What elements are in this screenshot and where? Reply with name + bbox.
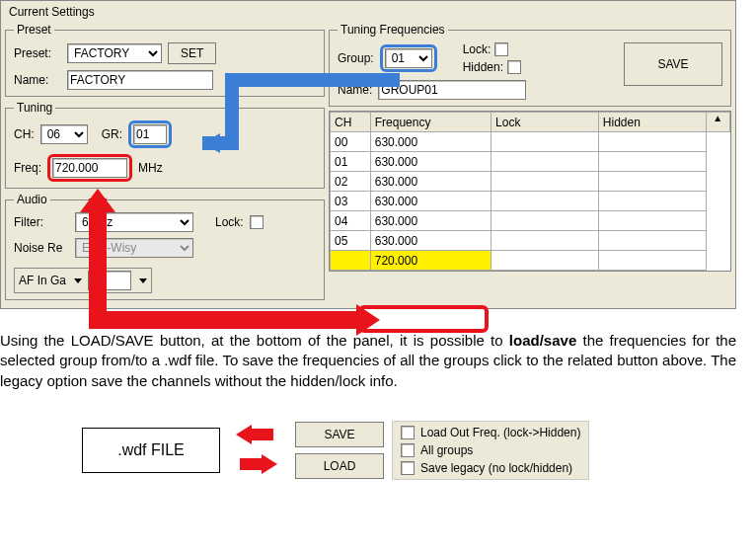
load-button[interactable]: LOAD — [295, 453, 384, 479]
table-row[interactable]: 05630.000 — [331, 231, 730, 251]
svg-rect-5 — [360, 307, 487, 331]
tf-hidden-checkbox[interactable] — [507, 60, 521, 74]
legacy-label: Save legacy (no lock/hidden) — [420, 461, 572, 475]
filter-select[interactable]: 65 Hz — [75, 212, 193, 232]
cell-lock — [491, 152, 599, 172]
svg-rect-6 — [250, 429, 273, 440]
tf-group-select[interactable]: 01 — [385, 48, 432, 68]
wdf-panel: .wdf FILE SAVE LOAD Load Out Freq. (lock… — [82, 421, 674, 480]
cell-hidden — [598, 132, 706, 152]
description-text: Using the LOAD/SAVE button, at the botto… — [0, 331, 736, 391]
col-lock-header: Lock — [491, 113, 599, 132]
svg-marker-9 — [262, 454, 277, 474]
preset-fieldset: Preset Preset: FACTORY SET Name: — [5, 23, 325, 97]
gr-input[interactable] — [133, 124, 167, 144]
tuning-fieldset: Tuning CH: 06 GR: Freq: MHz — [5, 101, 325, 189]
cell-freq: 630.000 — [370, 211, 491, 231]
tf-lock-checkbox[interactable] — [494, 42, 508, 56]
cell-hidden — [598, 172, 706, 192]
cell-ch: 01 — [331, 152, 371, 172]
noise-label: Noise Re — [14, 241, 69, 255]
tf-group-label: Group: — [338, 51, 374, 65]
svg-rect-8 — [240, 458, 264, 470]
scroll-up-icon[interactable]: ▲ — [707, 113, 729, 123]
ch-select[interactable]: 06 — [40, 124, 88, 144]
freq-input[interactable] — [52, 158, 127, 178]
cell-hidden — [598, 251, 706, 271]
noise-select[interactable]: ENR-Wisy — [75, 238, 193, 258]
allgroups-checkbox[interactable] — [401, 443, 415, 457]
table-row[interactable]: 00630.000 — [331, 132, 730, 152]
table-row[interactable]: 03630.000 — [331, 192, 730, 211]
tuning-legend: Tuning — [14, 101, 55, 115]
audio-lock-label: Lock: — [215, 215, 244, 229]
audio-legend: Audio — [14, 193, 50, 206]
cell-freq: 630.000 — [370, 192, 491, 211]
tf-hidden-label: Hidden: — [463, 60, 503, 74]
cell-hidden — [598, 211, 706, 231]
cell-lock — [491, 192, 599, 211]
cell-ch — [331, 251, 371, 271]
name-label: Name: — [14, 73, 61, 87]
loadout-label: Load Out Freq. (lock->Hidden) — [420, 426, 580, 439]
loadout-checkbox[interactable] — [401, 426, 415, 439]
freq-table[interactable]: CH Frequency Lock Hidden ▲ 00630.0000163… — [330, 112, 730, 271]
chevron-down-icon — [74, 278, 82, 283]
audio-lock-checkbox[interactable] — [250, 215, 264, 229]
cell-ch: 02 — [331, 172, 371, 192]
cell-lock — [491, 172, 599, 192]
svg-rect-3 — [89, 311, 365, 329]
table-row[interactable]: 720.000 — [331, 251, 730, 271]
preset-name-input[interactable] — [67, 70, 213, 90]
allgroups-label: All groups — [420, 443, 473, 457]
cell-hidden — [598, 231, 706, 251]
gr-label: GR: — [102, 127, 122, 141]
af-value-input[interactable] — [88, 271, 131, 290]
table-row[interactable]: 04630.000 — [331, 211, 730, 231]
ch-label: CH: — [14, 127, 35, 141]
filter-label: Filter: — [14, 215, 69, 229]
wdf-file-box: .wdf FILE — [82, 428, 220, 473]
cell-ch: 04 — [331, 211, 371, 231]
col-ch-header: CH — [331, 113, 371, 132]
window-title: Current Settings — [9, 5, 95, 19]
af-label: AF In Ga — [19, 274, 66, 287]
tf-name-input[interactable] — [378, 80, 526, 100]
cell-freq: 630.000 — [370, 231, 491, 251]
audio-fieldset: Audio Filter: 65 Hz Lock: Noise Re ENR-W… — [5, 193, 325, 300]
freq-unit: MHz — [138, 161, 163, 175]
scrollbar[interactable]: ▲ — [706, 113, 729, 132]
col-freq-header: Frequency — [370, 113, 491, 132]
cell-ch: 00 — [331, 132, 371, 152]
cell-freq: 630.000 — [370, 172, 491, 192]
chevron-down-icon — [139, 278, 147, 283]
freq-table-container: CH Frequency Lock Hidden ▲ 00630.0000163… — [329, 111, 731, 272]
set-button[interactable]: SET — [168, 42, 216, 64]
tuning-frequencies-fieldset: Tuning Frequencies Group: 01 — [329, 23, 731, 107]
tf-save-button[interactable]: SAVE — [624, 42, 722, 86]
cell-lock — [491, 231, 599, 251]
preset-label: Preset: — [14, 46, 61, 60]
preset-legend: Preset — [14, 23, 54, 37]
save-button[interactable]: SAVE — [295, 422, 384, 447]
cell-lock — [491, 132, 599, 152]
tf-legend: Tuning Frequencies — [338, 23, 448, 37]
tf-name-label: Name: — [338, 83, 372, 97]
cell-freq: 630.000 — [370, 152, 491, 172]
cell-ch: 05 — [331, 231, 371, 251]
tf-lock-label: Lock: — [463, 42, 491, 56]
legacy-checkbox[interactable] — [401, 461, 415, 475]
freq-label: Freq: — [14, 161, 41, 175]
cell-lock — [491, 251, 599, 271]
cell-hidden — [598, 192, 706, 211]
cell-ch: 03 — [331, 192, 371, 211]
current-settings-panel: Current Settings Preset Preset: FACTORY … — [0, 0, 736, 309]
table-row[interactable]: 02630.000 — [331, 172, 730, 192]
options-group: Load Out Freq. (lock->Hidden) All groups… — [392, 421, 589, 480]
svg-marker-7 — [236, 425, 252, 444]
cell-lock — [491, 211, 599, 231]
preset-select[interactable]: FACTORY — [67, 43, 162, 63]
table-row[interactable]: 01630.000 — [331, 152, 730, 172]
cell-freq: 630.000 — [370, 132, 491, 152]
cell-freq: 720.000 — [370, 251, 491, 271]
